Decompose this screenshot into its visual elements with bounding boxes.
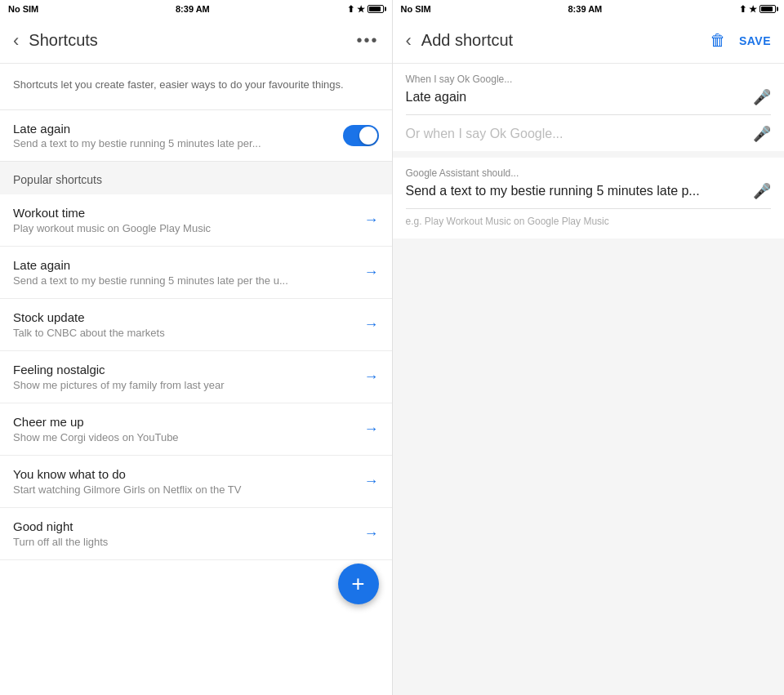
left-status-bar: No SIM 8:39 AM ⬆ ★ — [0, 0, 392, 18]
shortcut-item-cheer[interactable]: Cheer me up Show me Corgi videos on YouT… — [0, 403, 392, 456]
action-input[interactable] — [406, 184, 747, 198]
left-panel: ‹ Shortcuts ••• Shortcuts let you create… — [0, 18, 393, 695]
battery-icon — [368, 5, 384, 13]
shortcut-item-late[interactable]: Late again Send a text to my bestie runn… — [0, 247, 392, 299]
right-status-icons: ⬆ ★ — [739, 4, 776, 15]
right-status-bar: No SIM 8:39 AM ⬆ ★ — [392, 0, 785, 18]
shortcut-title-stock: Stock update — [13, 310, 358, 324]
shortcut-title-cheer: Cheer me up — [13, 415, 358, 429]
shortcut-title-nostalgic: Feeling nostalgic — [13, 363, 358, 376]
scroll-spacer — [0, 560, 392, 617]
shortcut-arrow-stock: → — [364, 316, 379, 333]
shortcut-arrow-gilmore: → — [364, 473, 379, 490]
left-status-icons: ⬆ ★ — [347, 4, 384, 15]
active-shortcut-item[interactable]: Late again Send a text to my bestie runn… — [0, 110, 392, 162]
shortcut-item-workout[interactable]: Workout time Play workout music on Googl… — [0, 194, 392, 247]
mic-icon-action[interactable]: 🎤 — [753, 182, 771, 200]
status-bar: No SIM 8:39 AM ⬆ ★ No SIM 8:39 AM ⬆ ★ — [0, 0, 784, 18]
shortcut-item-nostalgic[interactable]: Feeling nostalgic Show me pictures of my… — [0, 351, 392, 403]
shortcut-subtitle-goodnight: Turn off all the lights — [13, 536, 358, 548]
shortcut-title-workout: Workout time — [13, 206, 358, 220]
shortcut-subtitle-nostalgic: Show me pictures of my family from last … — [13, 379, 358, 391]
form-section-action: Google Assistant should... 🎤 e.g. Play W… — [393, 158, 785, 238]
save-shortcut-button[interactable]: SAVE — [739, 34, 771, 47]
form-example-text: e.g. Play Workout Music on Google Play M… — [406, 209, 772, 238]
left-header: ‹ Shortcuts ••• — [0, 18, 392, 64]
right-time: 8:39 AM — [568, 4, 603, 14]
shortcut-arrow-cheer: → — [364, 421, 379, 438]
more-options-button[interactable]: ••• — [356, 31, 378, 50]
right-header-title: Add shortcut — [421, 31, 710, 50]
trigger-input[interactable] — [406, 90, 747, 105]
popular-shortcuts-header: Popular shortcuts — [0, 162, 392, 194]
left-carrier: No SIM — [8, 4, 38, 14]
right-gps-icon: ⬆ — [739, 4, 746, 15]
left-header-title: Shortcuts — [29, 31, 356, 50]
gps-icon: ⬆ — [347, 4, 354, 15]
shortcut-list: Workout time Play workout music on Googl… — [0, 194, 392, 617]
shortcut-arrow-goodnight: → — [364, 525, 379, 542]
form-input-alt-placeholder: Or when I say Ok Google... — [406, 127, 747, 141]
shortcut-subtitle-cheer: Show me Corgi videos on YouTube — [13, 431, 358, 443]
left-back-button[interactable]: ‹ — [13, 30, 19, 51]
mic-icon-trigger[interactable]: 🎤 — [753, 88, 771, 106]
shortcut-item-gilmore[interactable]: You know what to do Start watching Gilmo… — [0, 456, 392, 508]
delete-shortcut-button[interactable]: 🗑 — [710, 31, 726, 50]
left-time: 8:39 AM — [176, 4, 210, 14]
shortcut-title-late: Late again — [13, 258, 358, 272]
active-shortcut-subtitle: Send a text to my bestie running 5 minut… — [13, 137, 343, 149]
shortcut-arrow-late: → — [364, 264, 379, 281]
form-label-action: Google Assistant should... — [406, 167, 772, 179]
right-header: ‹ Add shortcut 🗑 SAVE — [393, 18, 785, 64]
bluetooth-icon: ★ — [357, 4, 365, 15]
shortcut-item-goodnight[interactable]: Good night Turn off all the lights → — [0, 508, 392, 560]
shortcut-subtitle-stock: Talk to CNBC about the markets — [13, 327, 358, 339]
panels: ‹ Shortcuts ••• Shortcuts let you create… — [0, 18, 784, 695]
active-shortcut-title: Late again — [13, 122, 343, 136]
right-bluetooth-icon: ★ — [749, 4, 757, 15]
shortcut-toggle[interactable] — [343, 125, 379, 146]
shortcut-title-gilmore: You know what to do — [13, 467, 358, 481]
right-carrier: No SIM — [401, 4, 431, 14]
form-section-trigger: When I say Ok Google... 🎤 Or when I say … — [393, 64, 785, 151]
right-battery-icon — [760, 5, 776, 13]
shortcut-arrow-nostalgic: → — [364, 368, 379, 385]
mic-icon-alt[interactable]: 🎤 — [753, 125, 771, 143]
shortcut-subtitle-late: Send a text to my bestie running 5 minut… — [13, 274, 358, 287]
right-panel: ‹ Add shortcut 🗑 SAVE When I say Ok Goog… — [393, 18, 785, 695]
shortcut-item-stock[interactable]: Stock update Talk to CNBC about the mark… — [0, 299, 392, 351]
add-shortcut-fab[interactable]: + — [338, 564, 379, 604]
shortcut-subtitle-gilmore: Start watching Gilmore Girls on Netflix … — [13, 483, 358, 496]
left-panel-inner: Shortcuts let you create faster, easier … — [0, 64, 392, 695]
right-header-actions: 🗑 SAVE — [710, 31, 771, 50]
shortcuts-description: Shortcuts let you create faster, easier … — [0, 64, 392, 110]
shortcut-subtitle-workout: Play workout music on Google Play Music — [13, 222, 358, 234]
form-input-alt-trigger-row: Or when I say Ok Google... 🎤 — [406, 115, 772, 151]
shortcut-arrow-workout: → — [364, 212, 379, 229]
form-input-trigger-row: 🎤 — [406, 88, 772, 115]
form-input-action-row: 🎤 — [406, 182, 772, 209]
right-back-button[interactable]: ‹ — [406, 30, 412, 51]
shortcut-title-goodnight: Good night — [13, 519, 358, 533]
form-label-trigger: When I say Ok Google... — [406, 74, 772, 85]
